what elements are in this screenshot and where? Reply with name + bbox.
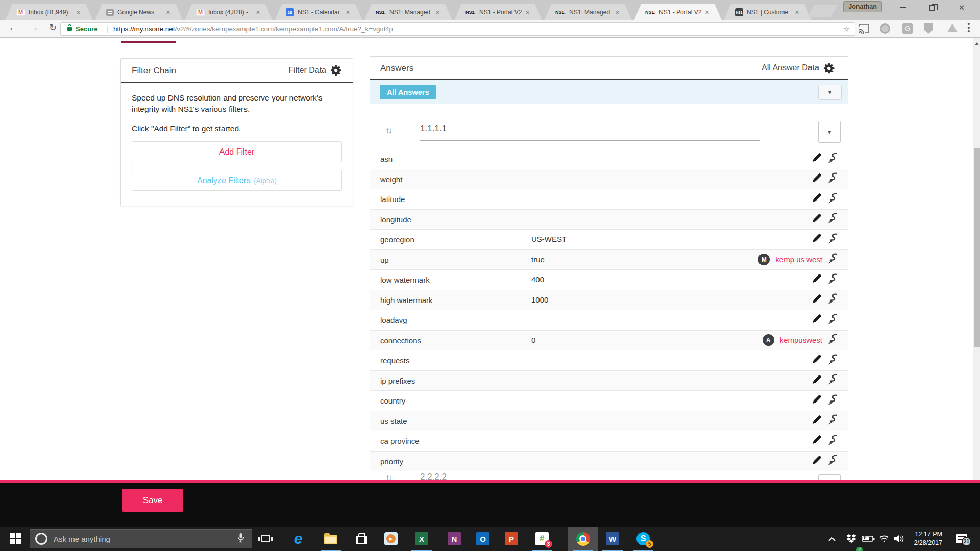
data-feed-icon[interactable] [828, 373, 840, 387]
data-feed-icon[interactable] [828, 394, 840, 408]
data-feed-icon[interactable] [828, 354, 840, 367]
cast-icon[interactable] [859, 23, 870, 36]
browser-tab-4[interactable]: 28NS1 - Calendar✕ [275, 4, 362, 20]
data-feed-icon[interactable] [828, 233, 840, 246]
browser-tab-3[interactable]: Inbox (4,828) -✕ [185, 4, 273, 20]
data-feed-icon[interactable] [828, 454, 840, 468]
answer-address-input[interactable]: 1.1.1.1 [420, 123, 760, 141]
answer-dropdown-button[interactable]: ▾ [818, 121, 841, 143]
taskbar-excel[interactable]: X [410, 527, 433, 551]
data-feed-icon[interactable] [828, 434, 840, 448]
data-feed-icon[interactable] [828, 192, 840, 206]
browser-tab-8[interactable]: NS1.NS1 - Portal V2✕ [634, 4, 722, 20]
edit-pencil-icon[interactable] [811, 233, 822, 246]
edit-pencil-icon[interactable] [811, 313, 822, 327]
edit-pencil-icon[interactable] [811, 394, 822, 407]
browser-tab-5[interactable]: NS1.NS1: Managed✕ [364, 4, 452, 20]
taskbar-powerpoint[interactable]: P [500, 527, 523, 551]
extension-drive-icon[interactable] [947, 23, 958, 32]
edit-pencil-icon[interactable] [811, 273, 822, 286]
tab-close-icon[interactable]: ✕ [795, 9, 799, 16]
data-feed-icon[interactable] [828, 414, 840, 428]
data-feed-icon[interactable] [828, 253, 840, 266]
bookmark-star-icon[interactable]: ☆ [843, 24, 850, 34]
tab-close-icon[interactable]: ✕ [435, 9, 440, 16]
answers-band-dropdown[interactable]: ▾ [818, 85, 842, 100]
data-feed-icon[interactable] [828, 293, 840, 307]
scrollbar-up-arrow[interactable] [975, 42, 979, 45]
tab-close-icon[interactable]: ✕ [615, 9, 620, 16]
edit-pencil-icon[interactable] [811, 192, 822, 206]
tray-battery-icon[interactable] [860, 527, 877, 551]
feed-name-link[interactable]: kemp us west [775, 255, 822, 264]
address-bar[interactable]: Secure | https://my.nsone.net/v2/#/zones… [60, 22, 855, 36]
taskbar-word[interactable]: W [601, 527, 624, 551]
tray-wifi-icon[interactable] [876, 527, 892, 551]
data-feed-icon[interactable] [828, 172, 840, 186]
extension-circle-icon[interactable] [880, 23, 890, 34]
browser-tab-2[interactable]: Google News✕ [95, 4, 183, 20]
browser-menu-icon[interactable]: ••• [966, 22, 971, 33]
taskbar-store[interactable] [350, 527, 373, 551]
back-button[interactable]: ← [8, 21, 18, 33]
extension-shield-icon[interactable] [924, 23, 933, 34]
window-restore-button[interactable] [920, 0, 944, 15]
edit-pencil-icon[interactable] [811, 414, 822, 428]
data-feed-icon[interactable] [828, 333, 840, 347]
sort-handle-icon[interactable]: ↑↓ [385, 126, 391, 136]
taskbar-skype[interactable]: S 5 [632, 527, 654, 551]
browser-tab-6[interactable]: NS1.NS1 - Portal V2✕ [454, 4, 542, 20]
sort-handle-icon[interactable]: ↑↓ [385, 473, 391, 480]
tab-close-icon[interactable]: ✕ [166, 9, 170, 16]
edit-pencil-icon[interactable] [811, 213, 822, 226]
add-filter-button[interactable]: Add Filter [132, 141, 342, 162]
taskbar-media-player[interactable]: ▶ [380, 527, 402, 551]
data-feed-icon[interactable] [828, 273, 840, 287]
taskbar-edge[interactable]: e [287, 527, 309, 551]
browser-tab-9[interactable]: NS1NS1 | Custome✕ [724, 4, 812, 20]
window-minimize-button[interactable] [891, 0, 915, 15]
page-scrollbar[interactable] [973, 38, 980, 480]
start-button[interactable] [3, 527, 28, 551]
data-feed-icon[interactable] [828, 313, 840, 327]
forward-button[interactable]: → [29, 21, 39, 33]
edit-pencil-icon[interactable] [811, 152, 822, 165]
tray-chevron-icon[interactable] [824, 527, 840, 551]
new-tab-button[interactable] [807, 5, 838, 17]
edit-pencil-icon[interactable] [811, 293, 822, 307]
cortana-search-box[interactable]: Ask me anything [30, 529, 252, 548]
save-button[interactable]: Save [122, 489, 183, 512]
tab-close-icon[interactable]: ✕ [256, 9, 260, 16]
all-answers-chip[interactable]: All Answers [380, 85, 436, 99]
taskbar-onenote[interactable]: N [443, 527, 465, 551]
tab-close-icon[interactable]: ✕ [346, 9, 350, 16]
edit-pencil-icon[interactable] [811, 374, 822, 387]
edit-pencil-icon[interactable] [811, 172, 822, 186]
taskbar-slack[interactable]: # 3 [531, 527, 553, 551]
extension-g-icon[interactable]: G [902, 23, 913, 34]
browser-tab-7[interactable]: NS1.NS1: Managed✕ [544, 4, 632, 20]
browser-tab-1[interactable]: Inbox (81,949)✕ [5, 4, 93, 20]
scrollbar-thumb[interactable] [974, 148, 980, 347]
edit-pencil-icon[interactable] [811, 434, 822, 447]
filter-data-link[interactable]: Filter Data [288, 66, 326, 75]
microphone-icon[interactable] [237, 533, 244, 545]
taskbar-outlook[interactable]: O [472, 527, 494, 551]
browser-profile-button[interactable]: Jonathan [843, 1, 882, 12]
taskbar-file-explorer[interactable] [320, 527, 342, 551]
task-view-button[interactable] [255, 527, 276, 551]
analyze-filters-button[interactable]: Analyze Filters (Alpha) [132, 170, 342, 191]
tab-close-icon[interactable]: ✕ [76, 9, 81, 16]
edit-pencil-icon[interactable] [811, 354, 822, 367]
tab-close-icon[interactable]: ✕ [525, 9, 530, 16]
tab-close-icon[interactable]: ✕ [705, 9, 709, 16]
all-answer-data-gear-icon[interactable] [823, 62, 836, 74]
tray-dropbox-icon[interactable]: ✓ [843, 527, 860, 551]
filter-data-gear-icon[interactable] [330, 64, 342, 77]
taskbar-clock[interactable]: 12:17 PM 2/28/2017 [903, 527, 942, 551]
next-answer-dropdown-button[interactable] [818, 474, 841, 480]
taskbar-chrome[interactable] [572, 527, 594, 551]
data-feed-icon[interactable] [828, 152, 840, 166]
refresh-button[interactable]: ↻ [49, 22, 57, 33]
window-close-button[interactable]: ✕ [949, 0, 974, 15]
